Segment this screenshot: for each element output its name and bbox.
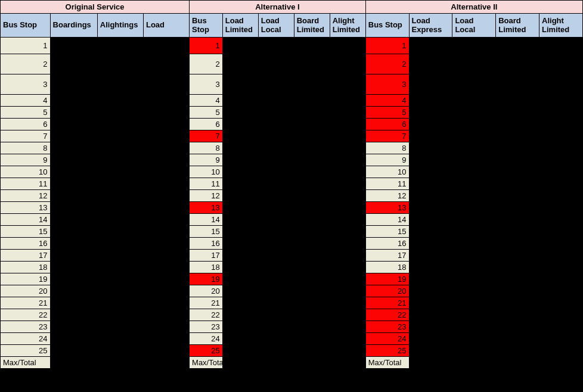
data-cell (143, 321, 189, 333)
data-cell (294, 297, 330, 309)
data-cell (222, 119, 258, 130)
data-cell (50, 250, 97, 262)
data-cell (222, 190, 258, 202)
data-cell (258, 142, 294, 154)
data-cell (452, 190, 496, 202)
data-cell (222, 130, 258, 142)
data-cell (294, 107, 330, 119)
data-cell (222, 107, 258, 119)
data-cell (97, 107, 143, 119)
orig-stop-cell: 10 (1, 166, 51, 178)
data-cell (409, 107, 452, 119)
data-cell (97, 262, 143, 273)
orig-stop-cell: 7 (1, 130, 51, 142)
data-cell (409, 95, 452, 107)
orig-stop-cell: 21 (1, 297, 51, 309)
alt2-stop-cell: 25 (365, 345, 409, 357)
alt1-stop-cell: 1 (190, 38, 223, 54)
hdr-alt1-load-local: Load Local (258, 14, 294, 38)
data-cell (97, 333, 143, 345)
data-cell (294, 74, 330, 95)
alt2-stop-cell: 7 (365, 130, 409, 142)
data-cell (294, 95, 330, 107)
alt1-stop-cell: 15 (190, 226, 223, 238)
alt1-stop-cell: 10 (190, 166, 223, 178)
orig-stop-cell: 9 (1, 154, 51, 166)
data-cell (539, 357, 583, 369)
data-cell (409, 321, 452, 333)
data-cell (452, 38, 496, 54)
orig-stop-cell: 20 (1, 285, 51, 297)
hdr-alt1-load-limited: Load Limited (222, 14, 258, 38)
data-cell (258, 166, 294, 178)
orig-stop-cell: 25 (1, 345, 51, 357)
orig-stop-cell: 13 (1, 202, 51, 214)
data-cell (539, 262, 583, 273)
data-cell (330, 38, 365, 54)
orig-footer: Max/Total (1, 357, 51, 369)
orig-stop-cell: 19 (1, 273, 51, 285)
alt1-stop-cell: 7 (190, 130, 223, 142)
data-cell (143, 309, 189, 321)
data-cell (294, 309, 330, 321)
data-cell (539, 273, 583, 285)
data-cell (452, 285, 496, 297)
data-cell (452, 214, 496, 226)
orig-stop-cell: 18 (1, 262, 51, 273)
data-cell (143, 214, 189, 226)
data-cell (539, 214, 583, 226)
data-cell (258, 309, 294, 321)
alt1-stop-cell: 9 (190, 154, 223, 166)
alt1-stop-cell: 8 (190, 142, 223, 154)
data-cell (143, 166, 189, 178)
data-cell (409, 190, 452, 202)
data-cell (409, 357, 452, 369)
orig-stop-cell: 24 (1, 333, 51, 345)
data-cell (330, 107, 365, 119)
data-cell (539, 321, 583, 333)
orig-stop-cell: 22 (1, 309, 51, 321)
orig-stop-cell: 23 (1, 321, 51, 333)
data-cell (539, 74, 583, 95)
alt2-stop-cell: 16 (365, 238, 409, 250)
data-cell (294, 238, 330, 250)
data-cell (330, 333, 365, 345)
alt2-stop-cell: 23 (365, 321, 409, 333)
data-cell (452, 130, 496, 142)
data-cell (50, 321, 97, 333)
alt1-stop-cell: 24 (190, 333, 223, 345)
alt2-stop-cell: 4 (365, 95, 409, 107)
data-cell (294, 178, 330, 190)
data-cell (222, 250, 258, 262)
alt1-stop-cell: 19 (190, 273, 223, 285)
data-cell (409, 214, 452, 226)
data-cell (50, 38, 97, 54)
data-cell (330, 190, 365, 202)
data-cell (539, 119, 583, 130)
data-cell (97, 130, 143, 142)
alt2-stop-cell: 13 (365, 202, 409, 214)
data-cell (452, 202, 496, 214)
data-cell (496, 154, 539, 166)
data-cell (452, 226, 496, 238)
data-cell (222, 214, 258, 226)
data-cell (143, 357, 189, 369)
alt1-stop-cell: 18 (190, 262, 223, 273)
data-cell (143, 226, 189, 238)
orig-stop-cell: 8 (1, 142, 51, 154)
data-cell (496, 202, 539, 214)
data-cell (294, 119, 330, 130)
data-cell (452, 119, 496, 130)
data-cell (97, 238, 143, 250)
data-cell (222, 54, 258, 74)
data-cell (222, 166, 258, 178)
data-cell (294, 357, 330, 369)
table-row: 252525 (1, 345, 583, 357)
data-cell (330, 95, 365, 107)
alt1-stop-cell: 21 (190, 297, 223, 309)
table-row: 333 (1, 74, 583, 95)
data-cell (330, 226, 365, 238)
data-cell (409, 130, 452, 142)
alt1-stop-cell: 2 (190, 54, 223, 74)
data-cell (97, 154, 143, 166)
